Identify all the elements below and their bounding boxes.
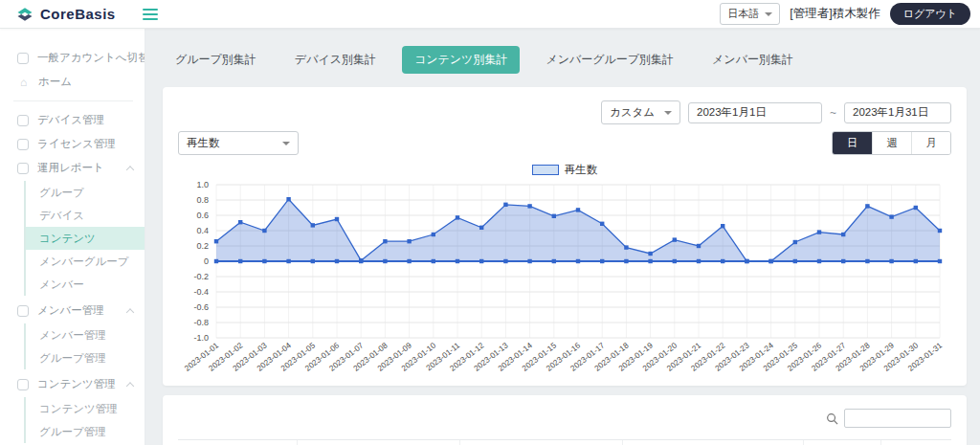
table-search-input[interactable] — [844, 409, 951, 428]
tab-member-summary[interactable]: メンバー別集計 — [700, 46, 806, 74]
folder-icon — [17, 379, 29, 390]
menu-toggle-button[interactable] — [143, 9, 158, 20]
main-content: グループ別集計デバイス別集計コンテンツ別集計メンバーグループ別集計メンバー別集計… — [145, 29, 980, 445]
tab-member-group-summary[interactable]: メンバーグループ別集計 — [533, 46, 686, 74]
playback-area-chart: 1.00.80.60.40.20-0.2-0.4-0.6-0.8-1.02023… — [178, 179, 955, 382]
summary-tabs: グループ別集計デバイス別集計コンテンツ別集計メンバーグループ別集計メンバー別集計 — [163, 46, 967, 74]
chevron-down-icon — [282, 142, 290, 145]
chevron-up-icon — [126, 382, 134, 389]
search-icon — [826, 412, 838, 425]
sidebar-subitem-member-admin[interactable]: メンバー管理 — [26, 323, 145, 346]
metric-select-value: 再生数 — [187, 136, 220, 150]
table-header-row: 再生数体験時間平均体験時間評価スコア — [178, 439, 951, 445]
sidebar-item-home[interactable]: ⌂ホーム — [0, 70, 145, 94]
table-header-content-name — [178, 440, 298, 445]
language-select[interactable]: 日本語 — [720, 3, 780, 25]
granularity-day-button[interactable]: 日 — [833, 132, 872, 154]
sidebar-subitem-group-admin2[interactable]: グループ管理 — [26, 420, 145, 443]
sidebar-item-label: デバイス管理 — [37, 113, 104, 127]
svg-text:-0.4: -0.4 — [193, 287, 209, 297]
account-switch-icon — [17, 53, 29, 64]
granularity-toggle: 日週月 — [832, 131, 951, 155]
table-header-再生数: 再生数 — [298, 440, 460, 445]
svg-text:0: 0 — [204, 256, 209, 266]
date-range-separator: ~ — [830, 106, 836, 120]
chart-legend: 再生数 — [178, 163, 951, 177]
date-from-input[interactable] — [688, 102, 822, 123]
tab-content-summary[interactable]: コンテンツ別集計 — [402, 46, 520, 74]
tab-device-summary[interactable]: デバイス別集計 — [282, 46, 389, 74]
chevron-down-icon — [765, 12, 772, 16]
period-type-select[interactable]: カスタム — [601, 100, 680, 124]
sidebar-subitem-content-admin[interactable]: コンテンツ管理 — [26, 397, 145, 420]
chevron-down-icon — [664, 111, 672, 115]
date-to-input[interactable] — [844, 102, 951, 123]
svg-text:-0.8: -0.8 — [193, 318, 209, 327]
sidebar-item-label: ホーム — [38, 75, 72, 89]
chevron-up-icon — [126, 308, 134, 316]
table-header-評価: 評価 — [804, 440, 881, 445]
svg-text:0.2: 0.2 — [196, 241, 209, 251]
sidebar-subitem-group-admin[interactable]: グループ管理 — [26, 346, 145, 369]
sidebar-item-label: 運用レポート — [37, 161, 104, 175]
sidebar-item-operation-report[interactable]: 運用レポート — [0, 156, 145, 180]
sidebar-divider — [13, 100, 133, 101]
sidebar-item-content-mgmt[interactable]: コンテンツ管理 — [0, 372, 145, 396]
period-type-value: カスタム — [610, 105, 655, 120]
table-header-平均体験時間: 平均体験時間 — [623, 440, 805, 445]
report-icon — [17, 163, 29, 174]
sidebar: 一般アカウントへ切替⌂ホームデバイス管理ライセンス管理運用レポートグループデバイ… — [0, 29, 145, 445]
svg-text:-1.0: -1.0 — [193, 333, 209, 343]
chevron-up-icon — [126, 166, 134, 173]
sidebar-subitem-member-group[interactable]: メンバーグループ — [26, 250, 145, 273]
app-logo: CoreBasis — [15, 5, 116, 24]
tab-group-summary[interactable]: グループ別集計 — [163, 46, 269, 74]
device-icon — [17, 115, 29, 126]
home-icon: ⌂ — [17, 77, 30, 88]
legend-label: 再生数 — [565, 163, 598, 177]
sidebar-item-member-mgmt[interactable]: メンバー管理 — [0, 299, 145, 323]
sidebar-item-label: ライセンス管理 — [37, 137, 116, 151]
svg-text:0.4: 0.4 — [196, 226, 209, 235]
svg-text:-0.6: -0.6 — [193, 302, 209, 312]
granularity-month-button[interactable]: 月 — [911, 132, 950, 154]
chart-card: カスタム ~ 再生数 日週月 再生数 1.00.80.60.40.20-0.2- — [163, 87, 967, 386]
sidebar-subitem-device[interactable]: デバイス — [26, 204, 145, 227]
metric-select[interactable]: 再生数 — [178, 131, 299, 155]
svg-text:0.6: 0.6 — [196, 211, 209, 220]
brand-name: CoreBasis — [40, 6, 116, 22]
language-select-value: 日本語 — [727, 7, 759, 21]
table-card: 再生数体験時間平均体験時間評価スコア — [163, 395, 967, 445]
user-name: [管理者]積木製作 — [790, 6, 880, 22]
members-icon — [17, 305, 29, 317]
svg-text:1.0: 1.0 — [196, 180, 209, 189]
sidebar-submenu-content-mgmt: コンテンツ管理グループ管理 — [24, 397, 145, 443]
sidebar-submenu-operation-report: グループデバイスコンテンツメンバーグループメンバー — [24, 181, 145, 296]
sidebar-subitem-content[interactable]: コンテンツ — [26, 227, 145, 250]
sidebar-subitem-group[interactable]: グループ — [26, 181, 145, 204]
sidebar-item-label: コンテンツ管理 — [37, 377, 116, 391]
corebasis-logo-icon — [15, 5, 34, 24]
logout-button[interactable]: ログアウト — [890, 3, 970, 25]
top-bar: CoreBasis 日本語 [管理者]積木製作 ログアウト — [0, 0, 980, 29]
sidebar-item-license-mgmt[interactable]: ライセンス管理 — [0, 132, 145, 156]
license-icon — [17, 139, 29, 150]
sidebar-item-switch-account[interactable]: 一般アカウントへ切替 — [0, 46, 145, 70]
svg-text:-0.2: -0.2 — [193, 272, 209, 281]
sidebar-item-label: 一般アカウントへ切替 — [37, 51, 145, 65]
granularity-week-button[interactable]: 週 — [872, 132, 911, 154]
sidebar-subitem-member[interactable]: メンバー — [26, 273, 145, 296]
legend-swatch — [532, 165, 559, 175]
table-header-体験時間: 体験時間 — [460, 440, 623, 445]
sidebar-item-device-mgmt[interactable]: デバイス管理 — [0, 108, 145, 132]
sidebar-item-label: メンバー管理 — [37, 303, 104, 318]
svg-text:0.8: 0.8 — [196, 195, 209, 205]
sidebar-submenu-member-mgmt: メンバー管理グループ管理 — [24, 323, 145, 369]
table-header-スコア: スコア — [881, 440, 951, 445]
